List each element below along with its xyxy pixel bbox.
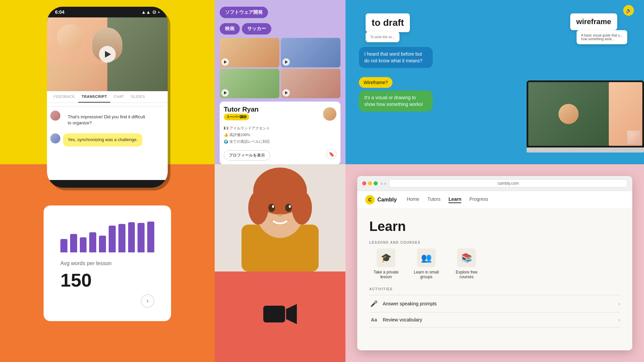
bar-item	[109, 226, 116, 252]
phone-section: 6:04 ▲▲ ⊙ ▪ FEEDBACK TRANSCRIPT CHAT SLI	[0, 0, 215, 164]
bookmark-button[interactable]: 🔖	[326, 149, 336, 159]
browser-maximize-dot[interactable]	[374, 181, 378, 185]
sound-icon[interactable]: 🔊	[623, 5, 634, 16]
chat-bubble-received: That's impressive! Did you find it diffi…	[63, 111, 150, 129]
video-thumbnail[interactable]	[215, 272, 345, 362]
svg-point-9	[272, 205, 274, 208]
lesson-cards: 🎓 Take a private lesson 👥 Learn in small…	[369, 248, 620, 279]
browser-close-dot[interactable]	[362, 181, 366, 185]
tutor-super-badge: スーパー講師	[224, 114, 249, 120]
thumb-play-4[interactable]	[282, 89, 290, 97]
tab-chat[interactable]: CHAT	[110, 91, 127, 103]
cambly-logo-text: Cambly	[377, 197, 397, 203]
nav-progress[interactable]: Progress	[469, 196, 488, 203]
stats-card: Avg words per lesson 150 ›	[44, 205, 171, 321]
tab-transcript[interactable]: TRANSCRIPT	[78, 91, 110, 103]
video-participant-2	[107, 17, 168, 91]
vocab-def-write: To write the so...	[366, 32, 399, 42]
lesson-card-private[interactable]: 🎓 Take a private lesson	[369, 248, 403, 279]
chat-answer-bubble: It's a visual or drawing to show how som…	[359, 90, 433, 112]
tutor-thumb-4	[281, 69, 340, 98]
vocab-def-visual: A basic visual guide that s...how someth…	[577, 30, 627, 44]
stats-label: Avg words per lesson	[60, 260, 154, 266]
play-button[interactable]	[99, 46, 116, 63]
phone-status-bar: 6:04 ▲▲ ⊙ ▪	[47, 7, 168, 17]
tutor-thumb-2	[281, 38, 340, 67]
browser-nav: ‹ ›	[381, 181, 386, 186]
tab-feedback[interactable]: FEEDBACK	[50, 91, 78, 103]
vocab-wireframe-card: wireframe	[570, 13, 617, 30]
signal-icon: ▲▲	[141, 9, 151, 15]
browser-back[interactable]: ‹	[381, 181, 383, 186]
video-camera-icon	[263, 301, 297, 332]
svg-point-5	[248, 191, 268, 225]
laptop-screen	[527, 80, 644, 147]
stats-number: 150	[60, 269, 154, 291]
tutor-thumb-1	[220, 38, 279, 67]
browser-forward[interactable]: ›	[384, 181, 386, 186]
bar-item	[60, 239, 67, 252]
learn-page-title: Learn	[369, 219, 620, 234]
bar-item	[118, 224, 125, 252]
cambly-learn-page: Learn LESSONS AND COURSES 🎓 Take a priva…	[357, 209, 632, 350]
bar-item	[99, 236, 106, 252]
cambly-navbar: C Cambly Home Tutors Learn Progress	[357, 191, 632, 209]
thumb-play-1[interactable]	[221, 58, 229, 66]
private-lesson-icon: 🎓	[377, 248, 395, 267]
bar-item	[138, 223, 145, 252]
tutor-avatar	[323, 107, 336, 121]
tutor-card-featured: Tutor Ryan スーパー講師 🇮🇪 アイルランドアクセント 👍 高評価10…	[220, 102, 340, 164]
person-photo	[215, 164, 345, 272]
stats-section: Avg words per lesson 150 ›	[0, 164, 215, 362]
topic-chips: ソフトウェア開発	[220, 7, 340, 18]
tutor-stat-1: 🇮🇪 アイルランドアクセント	[224, 125, 336, 132]
vocabulary-icon: Aa	[369, 317, 379, 322]
lesson-card-courses[interactable]: 📚 Explore free courses	[450, 248, 483, 279]
svg-point-8	[285, 204, 292, 212]
stats-arrow-button[interactable]: ›	[141, 294, 154, 308]
chip-movie[interactable]: 映画	[220, 23, 240, 35]
activities-section-label: ACTIVITIES	[369, 287, 620, 291]
vocab-section: to draft To write the so... wireframe A …	[345, 0, 644, 164]
chip-soccer[interactable]: サッカー	[242, 23, 271, 35]
courses-lesson-label: Explore free courses	[450, 270, 483, 279]
profile-button[interactable]: プロフィールを表示	[224, 150, 270, 161]
bar-chart	[60, 219, 154, 252]
lessons-section-label: LESSONS AND COURSES	[369, 241, 620, 244]
activity-speaking-label: Answer speaking prompts	[383, 301, 437, 306]
activity-vocabulary[interactable]: Aa Review vocabulary ›	[369, 312, 620, 327]
browser-dots	[362, 181, 378, 185]
wifi-icon: ⊙	[152, 9, 156, 15]
vocab-word-card: to draft	[366, 13, 410, 32]
phone-frame: 6:04 ▲▲ ⊙ ▪ FEEDBACK TRANSCRIPT CHAT SLI	[47, 7, 168, 188]
browser-minimize-dot[interactable]	[368, 181, 372, 185]
activity-speaking[interactable]: 🎤 Answer speaking prompts ›	[369, 295, 620, 312]
nav-learn[interactable]: Learn	[448, 196, 461, 203]
cambly-logo-circle: C	[365, 195, 375, 204]
bar-item	[128, 222, 135, 252]
svg-marker-13	[286, 304, 297, 324]
tutor-stat-3: 🌍 全ての英語レベルに対応	[224, 138, 336, 145]
nav-tutors[interactable]: Tutors	[427, 196, 440, 203]
avatar-sent	[50, 133, 60, 143]
phone-time: 6:04	[55, 9, 64, 15]
activity-vocabulary-arrow: ›	[619, 317, 620, 322]
activity-speaking-arrow: ›	[619, 301, 620, 306]
chat-question-bubble: I heard that word before but do not know…	[359, 47, 433, 68]
tutor-grid	[220, 38, 340, 98]
chip-software[interactable]: ソフトウェア開発	[220, 7, 268, 18]
tab-slides[interactable]: SLIDES	[127, 91, 148, 103]
chat-message-sent: Yes, synchronizing was a challenge.	[50, 133, 164, 146]
lesson-card-groups[interactable]: 👥 Learn in small groups	[410, 248, 443, 279]
phone-tabs: FEEDBACK TRANSCRIPT CHAT SLIDES	[47, 91, 168, 103]
nav-home[interactable]: Home	[407, 196, 419, 203]
thumb-play-3[interactable]	[221, 89, 229, 97]
chat-answer-label: Wireframe?	[359, 77, 392, 88]
activity-vocabulary-label: Review vocabulary	[383, 317, 422, 322]
person-section	[215, 164, 345, 362]
thumb-play-2[interactable]	[282, 58, 290, 66]
microphone-icon: 🎤	[369, 300, 379, 307]
browser-bar: ‹ › cambly.com	[357, 176, 632, 191]
battery-icon: ▪	[158, 9, 160, 15]
browser-url-bar[interactable]: cambly.com	[389, 179, 627, 187]
